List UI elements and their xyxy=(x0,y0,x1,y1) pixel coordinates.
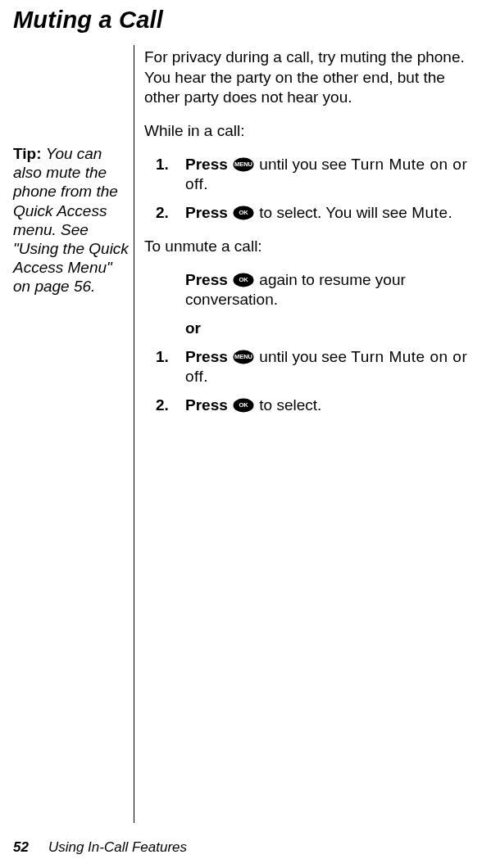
vertical-rule xyxy=(134,45,134,823)
page-number: 52 xyxy=(13,839,29,857)
menu-icon: MENU xyxy=(233,157,254,172)
press-word: Press xyxy=(185,204,232,221)
step-number: 2. xyxy=(144,203,185,224)
main-content: For privacy during a call, try muting th… xyxy=(144,47,482,429)
step-number: 1. xyxy=(144,155,185,175)
page-title: Muting a Call xyxy=(13,5,163,36)
step-after: until you see xyxy=(255,156,351,173)
mute-steps: 1. Press MENU until you see Turn Mute on… xyxy=(144,155,482,224)
or-label: or xyxy=(144,319,482,339)
step-number: 2. xyxy=(144,396,185,416)
tip-sidebar: Tip: You can also mute the phone from th… xyxy=(13,144,132,296)
press-word: Press xyxy=(185,271,232,288)
step-body: Press MENU until you see Turn Mute on or… xyxy=(185,155,482,195)
unmute-intro-line: Press OK again to resume your conversati… xyxy=(144,270,482,310)
step-after: until you see xyxy=(255,348,351,365)
step-2: 2. Press OK to select. xyxy=(144,396,482,416)
press-word: Press xyxy=(185,156,232,173)
intro-paragraph: For privacy during a call, try muting th… xyxy=(144,47,482,108)
menu-icon: MENU xyxy=(233,350,254,364)
step-body: Press MENU until you see Turn Mute on or… xyxy=(185,347,482,387)
while-in-call-label: While in a call: xyxy=(144,121,482,142)
step-end: . xyxy=(203,368,207,385)
step-body: Press OK to select. You will see Mute. xyxy=(185,203,482,224)
step-1: 1. Press MENU until you see Turn Mute on… xyxy=(144,347,482,387)
step-end: . xyxy=(203,175,207,192)
svg-text:OK: OK xyxy=(239,401,248,409)
step-end: . xyxy=(448,204,452,221)
step-after: to select. You will see xyxy=(255,204,411,221)
ok-icon: OK xyxy=(233,398,254,413)
step-1: 1. Press MENU until you see Turn Mute on… xyxy=(144,155,482,195)
step-body: Press OK to select. xyxy=(185,396,482,416)
ok-icon: OK xyxy=(233,273,254,287)
step-after: to select. xyxy=(255,396,321,414)
svg-text:MENU: MENU xyxy=(234,353,252,360)
unmute-steps: 1. Press MENU until you see Turn Mute on… xyxy=(144,347,482,416)
svg-text:OK: OK xyxy=(239,210,248,217)
tip-label: Tip: xyxy=(13,145,46,162)
press-word: Press xyxy=(185,348,232,365)
step-number: 1. xyxy=(144,347,185,368)
footer: 52 Using In-Call Features xyxy=(13,839,187,857)
step-screen-text: Mute xyxy=(411,204,448,221)
svg-text:MENU: MENU xyxy=(234,160,252,168)
tip-text: You can also mute the phone from the Qui… xyxy=(13,145,129,295)
svg-text:OK: OK xyxy=(239,276,248,283)
page: Muting a Call Tip: You can also mute the… xyxy=(0,0,491,868)
chapter-title: Using In-Call Features xyxy=(48,839,187,857)
press-word: Press xyxy=(185,396,232,414)
step-2: 2. Press OK to select. You will see Mute… xyxy=(144,203,482,224)
ok-icon: OK xyxy=(233,206,254,220)
to-unmute-label: To unmute a call: xyxy=(144,237,482,257)
